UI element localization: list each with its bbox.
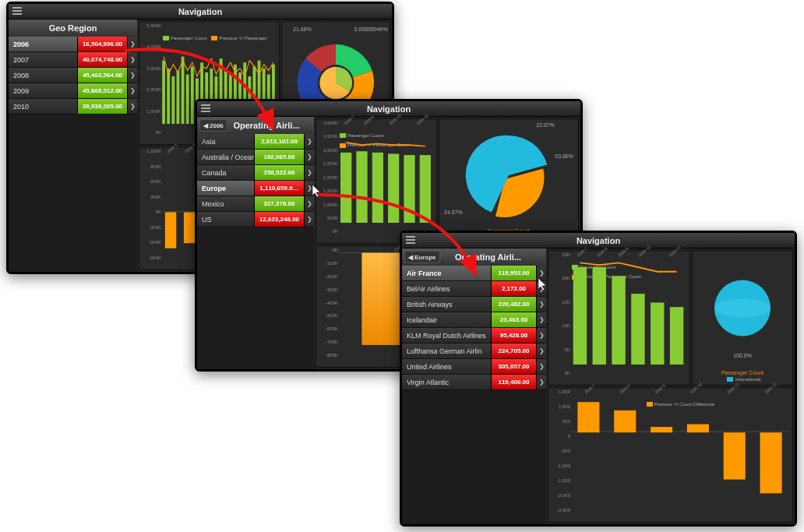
bar-line-chart: 25K20K15K10K5K0K 2006-72006-82006-92006-… bbox=[548, 250, 690, 386]
list-item[interactable]: Lufthansa German Airlin224,705.00❯ bbox=[402, 344, 546, 359]
sidebar-header: Geo Region bbox=[9, 19, 137, 37]
back-button[interactable]: ◀ Europe bbox=[404, 251, 440, 263]
svg-rect-1 bbox=[167, 69, 170, 124]
svg-rect-59 bbox=[687, 425, 709, 433]
back-button[interactable]: ◀ 2006 bbox=[199, 119, 227, 132]
chevron-right-icon[interactable]: ❯ bbox=[128, 37, 137, 51]
pie-title: Passenger Count bbox=[696, 370, 789, 375]
chevron-right-icon[interactable]: ❯ bbox=[305, 196, 314, 211]
list-item[interactable]: 200845,463,564.00❯ bbox=[9, 68, 137, 83]
svg-rect-3 bbox=[177, 70, 180, 124]
row-label: Australia / Oceania bbox=[197, 150, 255, 164]
row-value: 224,705.00 bbox=[492, 344, 537, 358]
svg-rect-47 bbox=[573, 267, 587, 365]
chevron-right-icon[interactable]: ❯ bbox=[537, 375, 546, 389]
list-item[interactable]: 200616,504,996.00❯ bbox=[9, 37, 137, 52]
row-label: BelAir Airlines bbox=[402, 281, 492, 296]
list-item[interactable]: Australia / Oceania192,065.00❯ bbox=[197, 150, 314, 165]
row-value: 2,013,102.00 bbox=[255, 134, 305, 149]
list-item[interactable]: Air France119,952.00❯ bbox=[402, 266, 546, 281]
list-item[interactable]: KLM Royal Dutch Airlines95,428.00❯ bbox=[402, 328, 546, 344]
chevron-right-icon[interactable]: ❯ bbox=[128, 52, 137, 67]
row-label: 2010 bbox=[9, 99, 78, 114]
chevron-right-icon[interactable]: ❯ bbox=[128, 68, 137, 83]
svg-rect-40 bbox=[372, 153, 383, 224]
row-value: 327,378.00 bbox=[255, 196, 305, 211]
menu-icon[interactable] bbox=[201, 104, 210, 112]
chevron-right-icon[interactable]: ❯ bbox=[128, 99, 137, 114]
list-item[interactable]: United Airlines305,057.00❯ bbox=[402, 359, 546, 375]
title-text: Navigation bbox=[367, 104, 411, 114]
titlebar: Navigation bbox=[9, 4, 392, 19]
row-value: 40,074,748.00 bbox=[78, 52, 128, 67]
chevron-right-icon[interactable]: ❯ bbox=[305, 150, 314, 164]
svg-rect-58 bbox=[651, 427, 672, 432]
list-item[interactable]: Mexico327,378.00❯ bbox=[197, 196, 314, 212]
menu-icon[interactable] bbox=[12, 7, 22, 15]
svg-rect-39 bbox=[356, 151, 367, 223]
chevron-right-icon[interactable]: ❯ bbox=[537, 344, 546, 358]
row-label: Lufthansa German Airlin bbox=[402, 344, 492, 358]
sidebar-header: ◀ Europe Operating Airli... bbox=[402, 248, 546, 266]
svg-rect-43 bbox=[420, 155, 431, 223]
pie-pct-1: 22.07% bbox=[536, 122, 555, 128]
svg-rect-56 bbox=[577, 402, 599, 432]
pie-chart: 22.07% 53.86% 24.07% Passenger Count Ter… bbox=[439, 118, 579, 244]
svg-rect-48 bbox=[593, 267, 606, 365]
sidebar: ◀ Europe Operating Airli... Air France11… bbox=[402, 248, 546, 524]
svg-rect-60 bbox=[724, 432, 746, 479]
row-value: 16,504,996.00 bbox=[78, 37, 128, 51]
svg-rect-52 bbox=[670, 307, 683, 365]
chevron-right-icon[interactable]: ❯ bbox=[305, 212, 314, 227]
bar-line-chart: 4,000K3,500K3,000K2,500K2,000K1,500K1,00… bbox=[316, 118, 437, 244]
svg-rect-6 bbox=[191, 66, 194, 124]
list-item[interactable]: Europe1,110,659.0…❯ bbox=[197, 181, 314, 196]
chevron-right-icon[interactable]: ❯ bbox=[537, 312, 546, 327]
list-item[interactable]: Icelandair23,463.00❯ bbox=[402, 312, 546, 328]
list-item[interactable]: 200945,868,512.00❯ bbox=[9, 83, 137, 99]
chevron-right-icon[interactable]: ❯ bbox=[537, 297, 546, 312]
row-value: 1,110,659.0… bbox=[255, 181, 305, 196]
row-label: KLM Royal Dutch Airlines bbox=[402, 328, 492, 343]
svg-rect-49 bbox=[612, 276, 625, 365]
list-item[interactable]: British Airways220,482.00❯ bbox=[402, 297, 546, 312]
svg-rect-26 bbox=[165, 212, 176, 248]
svg-rect-5 bbox=[186, 75, 189, 125]
list-item[interactable]: BelAir Airlines2,172.00❯ bbox=[402, 281, 546, 297]
chevron-right-icon[interactable]: ❯ bbox=[128, 83, 137, 98]
list-item[interactable]: US12,623,248.00❯ bbox=[197, 212, 314, 227]
sidebar: Geo Region 200616,504,996.00❯200740,074,… bbox=[9, 19, 137, 272]
chevron-right-icon[interactable]: ❯ bbox=[537, 328, 546, 343]
row-value: 45,463,564.00 bbox=[78, 68, 128, 83]
list-item[interactable]: 200740,074,748.00❯ bbox=[9, 52, 137, 68]
chevron-left-icon: ◀ bbox=[203, 122, 208, 129]
svg-point-54 bbox=[714, 298, 770, 317]
pie-pct-3: 24.07% bbox=[444, 210, 463, 215]
row-label: Icelandair bbox=[402, 312, 492, 327]
list-item[interactable]: Canada238,522.00❯ bbox=[197, 165, 314, 181]
title-text: Navigation bbox=[577, 236, 620, 245]
row-value: 28,939,205.00 bbox=[78, 99, 128, 114]
list-item[interactable]: Virgin Atlantic119,400.00❯ bbox=[402, 375, 546, 390]
pie-pct-1: 21.68% bbox=[293, 26, 312, 32]
chevron-right-icon[interactable]: ❯ bbox=[305, 165, 314, 180]
chevron-right-icon[interactable]: ❯ bbox=[537, 359, 546, 374]
chevron-right-icon[interactable]: ❯ bbox=[305, 134, 314, 149]
titlebar: Navigation bbox=[402, 233, 795, 248]
svg-rect-50 bbox=[631, 294, 644, 365]
row-value: 238,522.00 bbox=[255, 165, 305, 180]
row-value: 192,065.00 bbox=[255, 150, 305, 164]
row-value: 23,463.00 bbox=[492, 312, 537, 327]
row-value: 305,057.00 bbox=[492, 359, 537, 374]
row-label: 2008 bbox=[9, 68, 78, 83]
row-label: Mexico bbox=[197, 196, 255, 211]
menu-icon[interactable] bbox=[406, 236, 415, 244]
svg-rect-38 bbox=[340, 153, 351, 224]
row-value: 45,868,512.00 bbox=[78, 83, 128, 98]
pie-pct-1: 100.0% bbox=[693, 353, 792, 358]
row-label: 2009 bbox=[9, 83, 78, 98]
list-item[interactable]: 201028,939,205.00❯ bbox=[9, 99, 137, 115]
list-item[interactable]: Asia2,013,102.00❯ bbox=[197, 134, 314, 150]
svg-rect-41 bbox=[388, 153, 399, 223]
row-value: 12,623,248.00 bbox=[255, 212, 305, 227]
